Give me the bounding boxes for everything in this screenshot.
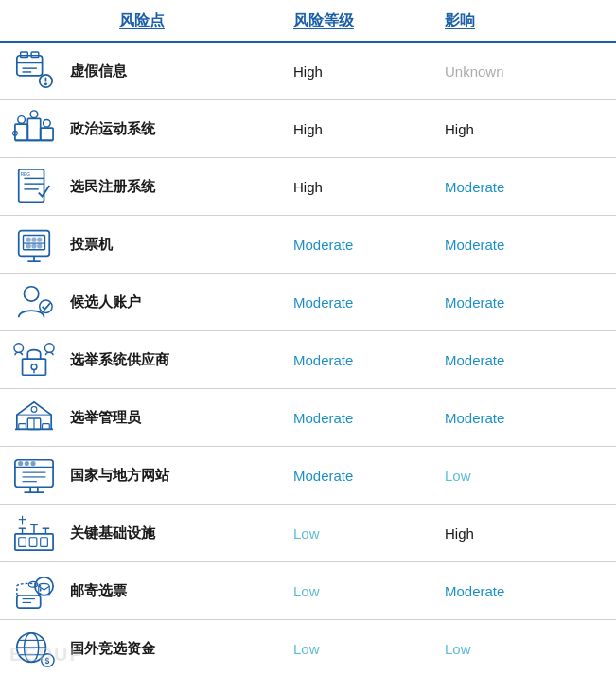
cell-risk-level: Moderate — [284, 468, 435, 484]
table-row: 政治运动系统 High High — [0, 100, 616, 158]
table-row: 选举管理员 Moderate Moderate — [0, 389, 616, 447]
cell-risk-point: 虚假信息 — [0, 48, 284, 94]
cell-risk-level: Low — [284, 641, 435, 657]
row-label: 虚假信息 — [70, 62, 284, 80]
cell-risk-point: 选举系统供应商 — [0, 337, 284, 382]
svg-point-33 — [24, 287, 38, 301]
risk-table: 风险点 风险等级 影响 虚假信息 High Unknown — [0, 0, 616, 675]
political-movement-icon — [9, 106, 59, 151]
foreign-funding-icon: $ — [9, 626, 59, 671]
svg-point-12 — [18, 116, 26, 124]
table-row: REG 选民注册系统 High Moderate — [0, 158, 616, 216]
candidate-account-icon — [9, 279, 59, 325]
cell-risk-level: Low — [284, 583, 435, 599]
table-row: 候选人账户 Moderate Moderate — [0, 274, 616, 331]
svg-line-73 — [39, 586, 44, 590]
svg-point-38 — [14, 344, 24, 353]
svg-rect-60 — [29, 538, 37, 547]
table-row: 邮寄选票 Low Moderate — [0, 562, 616, 620]
svg-point-25 — [26, 238, 30, 241]
svg-point-13 — [30, 111, 38, 118]
svg-point-34 — [40, 300, 52, 312]
mail-ballot-icon — [9, 568, 59, 613]
row-label: 投票机 — [70, 236, 284, 254]
svg-point-29 — [32, 244, 36, 248]
row-label: 选民注册系统 — [70, 178, 284, 196]
cell-impact: Low — [435, 468, 558, 484]
cell-impact: Moderate — [435, 352, 558, 368]
svg-point-44 — [31, 407, 37, 413]
table-row: 关键基础设施 Low High — [0, 505, 616, 562]
row-label: 政治运动系统 — [70, 120, 284, 138]
svg-point-51 — [31, 462, 35, 466]
cell-risk-level: Moderate — [284, 410, 435, 426]
cell-risk-point: 邮寄选票 — [0, 568, 284, 613]
svg-rect-10 — [27, 118, 40, 140]
row-label: 候选人账户 — [70, 293, 284, 311]
table-header: 风险点 风险等级 影响 — [0, 0, 616, 43]
cell-risk-level: Moderate — [284, 294, 435, 311]
cell-risk-point: $ 国外竞选资金 — [0, 626, 284, 671]
row-label: 选举管理员 — [70, 409, 284, 427]
svg-point-39 — [44, 344, 54, 353]
cell-risk-point: 选举管理员 — [0, 395, 284, 440]
cell-risk-point: 投票机 — [0, 222, 284, 267]
svg-point-27 — [38, 238, 42, 241]
svg-point-30 — [38, 244, 42, 248]
cell-risk-level: High — [284, 179, 435, 195]
header-impact: 影响 — [435, 11, 558, 31]
cell-risk-level: High — [284, 121, 435, 137]
svg-rect-2 — [21, 52, 28, 58]
svg-point-50 — [25, 462, 28, 466]
cell-impact: Moderate — [435, 237, 558, 253]
table-row: 虚假信息 High Unknown — [0, 43, 616, 100]
svg-point-72 — [35, 577, 53, 595]
gov-website-icon — [9, 453, 59, 498]
cell-impact: Moderate — [435, 410, 558, 426]
svg-point-8 — [45, 83, 47, 85]
cell-risk-point: 候选人账户 — [0, 279, 284, 325]
cell-impact: High — [435, 121, 558, 137]
table-row: 国家与地方网站 Moderate Low — [0, 447, 616, 505]
table-row: 选举系统供应商 Moderate Moderate — [0, 331, 616, 389]
table-row: $ 国外竞选资金 Low Low — [0, 620, 616, 675]
header-risk-point: 风险点 — [0, 11, 284, 31]
election-admin-icon — [9, 395, 59, 440]
cell-risk-level: High — [284, 63, 435, 80]
row-label: 关键基础设施 — [70, 524, 284, 542]
row-label: 国外竞选资金 — [70, 640, 284, 658]
cell-impact: Moderate — [435, 294, 558, 311]
row-label: 选举系统供应商 — [70, 351, 284, 369]
svg-text:$: $ — [44, 656, 49, 666]
cell-risk-point: 国家与地方网站 — [0, 453, 284, 498]
cell-impact: Unknown — [435, 63, 558, 80]
voter-registration-icon: REG — [9, 164, 59, 209]
table-body: 虚假信息 High Unknown 政治运动系统 High High REG — [0, 43, 616, 675]
svg-line-74 — [44, 586, 50, 590]
svg-point-36 — [31, 364, 37, 370]
cell-risk-level: Moderate — [284, 352, 435, 368]
svg-rect-3 — [31, 52, 39, 58]
voting-machine-icon — [9, 222, 59, 267]
fake-info-icon — [9, 48, 59, 94]
cell-risk-level: Low — [284, 525, 435, 542]
svg-text:REG: REG — [21, 172, 31, 177]
cell-impact: High — [435, 525, 558, 542]
cell-risk-level: Moderate — [284, 237, 435, 253]
election-vendor-icon — [9, 337, 59, 382]
svg-rect-61 — [41, 538, 48, 547]
svg-point-49 — [19, 462, 23, 466]
critical-infra-icon — [9, 510, 59, 556]
svg-point-28 — [26, 244, 30, 248]
header-risk-level: 风险等级 — [284, 11, 435, 31]
svg-point-14 — [44, 119, 51, 127]
cell-risk-point: 关键基础设施 — [0, 510, 284, 556]
svg-point-26 — [32, 238, 36, 241]
row-label: 国家与地方网站 — [70, 467, 284, 485]
row-label: 邮寄选票 — [70, 582, 284, 600]
cell-risk-point: 政治运动系统 — [0, 106, 284, 151]
svg-rect-71 — [17, 595, 41, 608]
cell-impact: Moderate — [435, 179, 558, 195]
svg-rect-11 — [41, 128, 53, 140]
cell-impact: Low — [435, 641, 558, 657]
